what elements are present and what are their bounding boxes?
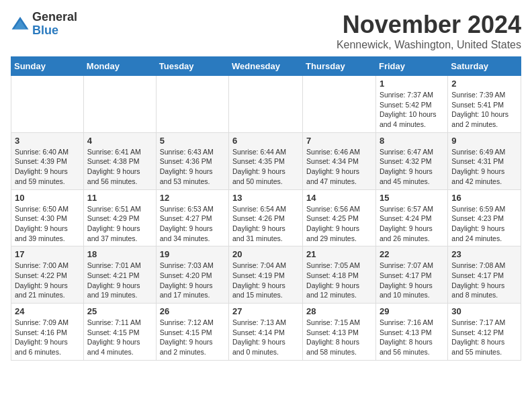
day-info: Sunrise: 7:03 AM Sunset: 4:20 PM Dayligh…: [160, 261, 225, 300]
day-info: Sunrise: 6:50 AM Sunset: 4:30 PM Dayligh…: [15, 204, 80, 244]
day-number: 13: [232, 193, 299, 203]
day-info: Sunrise: 7:07 AM Sunset: 4:17 PM Dayligh…: [380, 261, 444, 300]
day-number: 17: [15, 249, 80, 259]
day-number: 14: [306, 193, 372, 203]
day-info: Sunrise: 7:11 AM Sunset: 4:15 PM Dayligh…: [87, 318, 152, 357]
calendar-cell: 4Sunrise: 6:41 AM Sunset: 4:38 PM Daylig…: [83, 132, 156, 189]
calendar-cell: 13Sunrise: 6:54 AM Sunset: 4:26 PM Dayli…: [229, 189, 303, 246]
weekday-header: Thursday: [303, 57, 376, 76]
calendar-cell: [83, 76, 156, 133]
day-info: Sunrise: 7:00 AM Sunset: 4:22 PM Dayligh…: [15, 261, 80, 300]
day-info: Sunrise: 6:51 AM Sunset: 4:29 PM Dayligh…: [87, 204, 152, 244]
day-number: 12: [160, 193, 225, 203]
day-info: Sunrise: 6:41 AM Sunset: 4:38 PM Dayligh…: [87, 147, 152, 187]
day-info: Sunrise: 7:01 AM Sunset: 4:21 PM Dayligh…: [87, 261, 152, 300]
day-info: Sunrise: 6:47 AM Sunset: 4:32 PM Dayligh…: [380, 147, 444, 187]
calendar-cell: 1Sunrise: 7:37 AM Sunset: 5:42 PM Daylig…: [375, 76, 447, 133]
weekday-header: Monday: [83, 57, 156, 76]
day-number: 7: [306, 136, 372, 146]
calendar-cell: 10Sunrise: 6:50 AM Sunset: 4:30 PM Dayli…: [11, 189, 84, 246]
day-info: Sunrise: 7:17 AM Sunset: 4:12 PM Dayligh…: [451, 318, 517, 357]
day-info: Sunrise: 6:57 AM Sunset: 4:24 PM Dayligh…: [380, 204, 444, 244]
day-info: Sunrise: 6:54 AM Sunset: 4:26 PM Dayligh…: [232, 204, 299, 244]
day-info: Sunrise: 6:49 AM Sunset: 4:31 PM Dayligh…: [451, 147, 517, 187]
weekday-header: Wednesday: [229, 57, 303, 76]
day-info: Sunrise: 6:53 AM Sunset: 4:27 PM Dayligh…: [160, 204, 225, 244]
day-number: 8: [380, 136, 444, 146]
day-info: Sunrise: 6:56 AM Sunset: 4:25 PM Dayligh…: [306, 204, 372, 244]
day-number: 5: [160, 136, 225, 146]
day-number: 15: [380, 193, 444, 203]
calendar-cell: 12Sunrise: 6:53 AM Sunset: 4:27 PM Dayli…: [156, 189, 228, 246]
day-number: 20: [232, 249, 299, 259]
logo: General Blue: [11, 11, 77, 38]
calendar-cell: 24Sunrise: 7:09 AM Sunset: 4:16 PM Dayli…: [11, 304, 84, 361]
day-number: 21: [306, 249, 372, 259]
calendar-cell: [229, 76, 303, 133]
calendar-week-row: 24Sunrise: 7:09 AM Sunset: 4:16 PM Dayli…: [11, 304, 521, 361]
day-info: Sunrise: 6:44 AM Sunset: 4:35 PM Dayligh…: [232, 147, 299, 187]
calendar-subtitle: Kennewick, Washington, United States: [337, 39, 521, 51]
day-number: 1: [380, 79, 444, 89]
calendar-cell: 29Sunrise: 7:16 AM Sunset: 4:13 PM Dayli…: [375, 304, 447, 361]
weekday-header: Friday: [375, 57, 447, 76]
day-number: 18: [87, 249, 152, 259]
day-number: 25: [87, 306, 152, 316]
calendar-cell: 27Sunrise: 7:13 AM Sunset: 4:14 PM Dayli…: [229, 304, 303, 361]
day-info: Sunrise: 6:43 AM Sunset: 4:36 PM Dayligh…: [160, 147, 225, 187]
calendar-cell: 5Sunrise: 6:43 AM Sunset: 4:36 PM Daylig…: [156, 132, 228, 189]
calendar-cell: [303, 76, 376, 133]
day-number: 26: [160, 306, 225, 316]
day-info: Sunrise: 6:46 AM Sunset: 4:34 PM Dayligh…: [306, 147, 372, 187]
weekday-header-row: SundayMondayTuesdayWednesdayThursdayFrid…: [11, 57, 521, 76]
weekday-header: Sunday: [11, 57, 84, 76]
calendar-cell: 18Sunrise: 7:01 AM Sunset: 4:21 PM Dayli…: [83, 246, 156, 304]
calendar-cell: 23Sunrise: 7:08 AM Sunset: 4:17 PM Dayli…: [448, 246, 521, 304]
calendar-cell: 2Sunrise: 7:39 AM Sunset: 5:41 PM Daylig…: [448, 76, 521, 133]
day-info: Sunrise: 7:39 AM Sunset: 5:41 PM Dayligh…: [451, 90, 517, 130]
calendar-week-row: 17Sunrise: 7:00 AM Sunset: 4:22 PM Dayli…: [11, 246, 521, 304]
calendar-cell: 9Sunrise: 6:49 AM Sunset: 4:31 PM Daylig…: [448, 132, 521, 189]
day-info: Sunrise: 7:13 AM Sunset: 4:14 PM Dayligh…: [232, 318, 299, 357]
day-number: 6: [232, 136, 299, 146]
day-info: Sunrise: 6:40 AM Sunset: 4:39 PM Dayligh…: [15, 147, 80, 187]
calendar-cell: [156, 76, 228, 133]
day-info: Sunrise: 7:05 AM Sunset: 4:18 PM Dayligh…: [306, 261, 372, 300]
calendar-cell: [11, 76, 84, 133]
title-area: November 2024 Kennewick, Washington, Uni…: [337, 11, 521, 51]
day-number: 29: [380, 306, 444, 316]
day-info: Sunrise: 7:16 AM Sunset: 4:13 PM Dayligh…: [380, 318, 444, 357]
weekday-header: Tuesday: [156, 57, 228, 76]
calendar-week-row: 1Sunrise: 7:37 AM Sunset: 5:42 PM Daylig…: [11, 76, 521, 133]
day-info: Sunrise: 7:04 AM Sunset: 4:19 PM Dayligh…: [232, 261, 299, 300]
calendar-cell: 7Sunrise: 6:46 AM Sunset: 4:34 PM Daylig…: [303, 132, 376, 189]
calendar-cell: 22Sunrise: 7:07 AM Sunset: 4:17 PM Dayli…: [375, 246, 447, 304]
day-number: 9: [451, 136, 517, 146]
day-number: 28: [306, 306, 372, 316]
calendar-cell: 11Sunrise: 6:51 AM Sunset: 4:29 PM Dayli…: [83, 189, 156, 246]
calendar-cell: 3Sunrise: 6:40 AM Sunset: 4:39 PM Daylig…: [11, 132, 84, 189]
calendar-cell: 14Sunrise: 6:56 AM Sunset: 4:25 PM Dayli…: [303, 189, 376, 246]
day-number: 11: [87, 193, 152, 203]
calendar-week-row: 10Sunrise: 6:50 AM Sunset: 4:30 PM Dayli…: [11, 189, 521, 246]
calendar-cell: 30Sunrise: 7:17 AM Sunset: 4:12 PM Dayli…: [448, 304, 521, 361]
calendar-table: SundayMondayTuesdayWednesdayThursdayFrid…: [11, 56, 521, 361]
day-number: 19: [160, 249, 225, 259]
day-number: 10: [15, 193, 80, 203]
logo-line2: Blue: [32, 24, 77, 38]
day-number: 4: [87, 136, 152, 146]
calendar-cell: 17Sunrise: 7:00 AM Sunset: 4:22 PM Dayli…: [11, 246, 84, 304]
day-info: Sunrise: 7:12 AM Sunset: 4:15 PM Dayligh…: [160, 318, 225, 357]
calendar-cell: 19Sunrise: 7:03 AM Sunset: 4:20 PM Dayli…: [156, 246, 228, 304]
day-number: 23: [451, 249, 517, 259]
day-number: 3: [15, 136, 80, 146]
logo-line1: General: [32, 11, 77, 24]
calendar-cell: 16Sunrise: 6:59 AM Sunset: 4:23 PM Dayli…: [448, 189, 521, 246]
day-number: 22: [380, 249, 444, 259]
logo-icon: [11, 15, 30, 34]
calendar-week-row: 3Sunrise: 6:40 AM Sunset: 4:39 PM Daylig…: [11, 132, 521, 189]
day-number: 2: [451, 79, 517, 89]
calendar-cell: 25Sunrise: 7:11 AM Sunset: 4:15 PM Dayli…: [83, 304, 156, 361]
calendar-cell: 28Sunrise: 7:15 AM Sunset: 4:13 PM Dayli…: [303, 304, 376, 361]
weekday-header: Saturday: [448, 57, 521, 76]
